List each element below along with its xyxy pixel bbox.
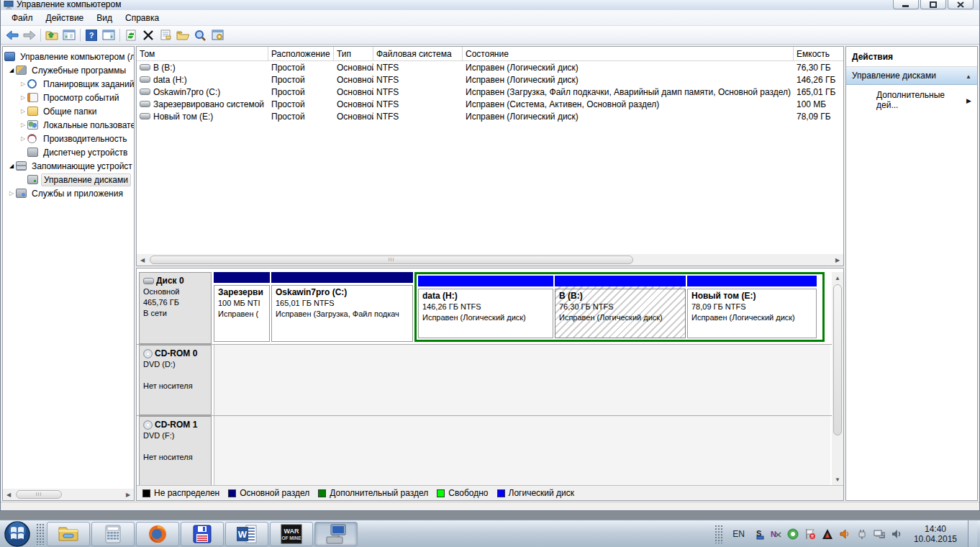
minimize-button[interactable] xyxy=(893,0,919,9)
tree-horizontal-scrollbar[interactable]: ◀ ▶ xyxy=(3,489,134,500)
expander-open-icon[interactable] xyxy=(7,67,16,73)
disk0-info[interactable]: Диск 0 Основной 465,76 ГБ В сети xyxy=(139,272,212,344)
expander-closed-icon[interactable] xyxy=(19,122,27,128)
maximize-button[interactable] xyxy=(920,0,946,9)
disk-management-icon xyxy=(27,175,38,184)
column-capacity[interactable]: Емкость xyxy=(794,47,843,60)
taskbar-war-of-mine-button[interactable]: WAROF MINE xyxy=(270,522,313,546)
tree-item-disk-management[interactable]: Управление дисками xyxy=(3,173,134,186)
expander-closed-icon[interactable] xyxy=(19,135,27,142)
volume-row-b[interactable]: B (B:) Простой Основной NTFS Исправен (Л… xyxy=(137,61,843,73)
column-type[interactable]: Тип xyxy=(334,47,373,60)
scroll-thumb[interactable] xyxy=(833,284,842,435)
collapse-icon[interactable] xyxy=(966,71,971,81)
usb-plug-icon[interactable] xyxy=(856,528,868,540)
open-folder-icon[interactable] xyxy=(174,27,191,43)
menu-action[interactable]: Действие xyxy=(40,11,91,25)
console-tree-icon[interactable] xyxy=(60,27,78,43)
scroll-thumb[interactable] xyxy=(16,490,62,499)
titlebar[interactable]: Управление компьютером xyxy=(1,0,979,10)
partition-c[interactable]: Oskawin7pro (C:) 165,01 ГБ NTFS Исправен… xyxy=(271,272,413,342)
messenger-icon[interactable] xyxy=(787,528,799,540)
tree-item-event-viewer[interactable]: Просмотр событий xyxy=(3,91,134,104)
taskbar-firefox-button[interactable] xyxy=(136,522,179,546)
actions-group-disk-management[interactable]: Управление дисками xyxy=(846,67,977,85)
taskbar-computer-management-button[interactable] xyxy=(314,522,358,546)
kaspersky-icon[interactable] xyxy=(822,528,834,540)
clip-scissors-icon[interactable]: N xyxy=(770,528,782,540)
volume-icon[interactable] xyxy=(891,528,903,540)
tree-item-system-tools[interactable]: Служебные программы xyxy=(3,63,134,77)
tree-item-shared-folders[interactable]: Общие папки xyxy=(3,104,134,118)
taskbar-floppy-save-button[interactable] xyxy=(181,522,224,546)
scroll-left-icon[interactable]: ◀ xyxy=(3,489,14,500)
expander-closed-icon[interactable] xyxy=(19,94,27,101)
properties-icon[interactable] xyxy=(157,27,174,43)
taskbar-explorer-button[interactable] xyxy=(47,522,90,546)
expander-closed-icon[interactable] xyxy=(19,108,27,114)
legend-unallocated: Не распределен xyxy=(142,488,219,498)
tree-item-storage[interactable]: Запоминающие устройст xyxy=(3,159,134,173)
tray-grip[interactable] xyxy=(714,525,723,543)
menu-help[interactable]: Справка xyxy=(119,11,165,25)
partition-system-reserved[interactable]: Зарезерви 100 МБ NTI Исправен ( xyxy=(214,272,270,342)
tree-item-task-scheduler[interactable]: Планировщик заданий xyxy=(3,77,134,91)
tree-item-performance[interactable]: Производительность xyxy=(3,132,134,145)
action-pane-icon[interactable] xyxy=(100,27,117,43)
computer-management-icon xyxy=(325,524,347,544)
network-icon[interactable] xyxy=(874,528,886,540)
scroll-up-icon[interactable]: ▲ xyxy=(832,272,843,284)
find-icon[interactable] xyxy=(191,27,209,43)
cdrom1-info[interactable]: CD-ROM 1 DVD (F:) Нет носителя xyxy=(139,416,212,487)
delete-icon[interactable] xyxy=(140,27,157,43)
clock[interactable]: 14:40 10.04.2015 xyxy=(908,524,963,544)
tree-item-local-users[interactable]: Локальные пользовате xyxy=(3,118,134,132)
back-icon[interactable] xyxy=(4,27,21,43)
toolbar-grip[interactable] xyxy=(36,523,45,545)
scroll-right-icon[interactable]: ▶ xyxy=(122,489,134,500)
column-volume[interactable]: Том xyxy=(137,47,268,60)
action-center-flag-icon[interactable] xyxy=(804,528,817,540)
scroll-right-icon[interactable]: ▶ xyxy=(832,254,843,266)
system-tray: EN S N 14:40 10.04.2015 xyxy=(713,520,980,547)
volume-row-new-volume-e[interactable]: Новый том (E:) Простой Основной NTFS Исп… xyxy=(137,110,843,122)
column-status[interactable]: Состояние xyxy=(463,47,794,60)
taskbar-word-button[interactable]: W xyxy=(225,522,268,546)
refresh-icon[interactable] xyxy=(122,27,140,43)
actions-more-actions[interactable]: Дополнительные дей... xyxy=(846,85,977,115)
up-folder-icon[interactable] xyxy=(43,27,60,43)
skype-icon[interactable]: S xyxy=(753,528,765,540)
scroll-thumb[interactable] xyxy=(150,256,633,264)
taskbar-calculator-button[interactable] xyxy=(91,522,135,546)
volume-row-system-reserved[interactable]: Зарезервировано системой Простой Основно… xyxy=(137,98,843,110)
help-icon[interactable]: ? xyxy=(83,27,100,43)
expander-closed-icon[interactable] xyxy=(19,81,27,87)
column-filesystem[interactable]: Файловая система xyxy=(373,47,463,60)
start-button[interactable] xyxy=(0,521,35,547)
cdrom0-info[interactable]: CD-ROM 0 DVD (D:) Нет носителя xyxy=(139,345,212,415)
tree-item-services-apps[interactable]: Службы и приложения xyxy=(3,186,134,200)
graph-vertical-scrollbar[interactable]: ▲ ▼ xyxy=(832,272,843,485)
tree-item-device-manager[interactable]: Диспетчер устройств xyxy=(3,145,134,159)
partition-b-selected[interactable]: B (B:) 76,30 ГБ NTFS Исправен (Логически… xyxy=(555,276,686,338)
forward-icon[interactable] xyxy=(21,27,38,43)
partition-data-h[interactable]: data (H:) 146,26 ГБ NTFS Исправен (Логич… xyxy=(418,276,553,338)
menu-file[interactable]: Файл xyxy=(5,11,40,25)
scroll-left-icon[interactable]: ◀ xyxy=(137,254,148,266)
show-desktop-button[interactable] xyxy=(968,520,977,547)
expander-open-icon[interactable] xyxy=(7,163,16,169)
menu-view[interactable]: Вид xyxy=(90,11,119,25)
volume-list-horizontal-scrollbar[interactable]: ◀ ▶ xyxy=(137,254,843,266)
volume-row-oskawin7pro[interactable]: Oskawin7pro (C:) Простой Основной NTFS И… xyxy=(137,86,843,98)
partition-new-volume-e[interactable]: Новый том (E:) 78,09 ГБ NTFS Исправен (Л… xyxy=(687,276,817,338)
cdrom0-media-area xyxy=(214,345,830,415)
language-indicator[interactable]: EN xyxy=(730,529,748,539)
services-icon[interactable] xyxy=(209,27,226,43)
tree-item-computer-management-root[interactable]: Управление компьютером (л xyxy=(3,50,134,63)
volume-row-data[interactable]: data (H:) Простой Основной NTFS Исправен… xyxy=(137,73,843,86)
column-layout[interactable]: Расположение xyxy=(268,47,334,60)
orange-speaker-icon[interactable] xyxy=(839,528,851,540)
scroll-down-icon[interactable]: ▼ xyxy=(832,474,843,485)
expander-closed-icon[interactable] xyxy=(7,190,16,196)
close-button[interactable] xyxy=(948,0,974,9)
